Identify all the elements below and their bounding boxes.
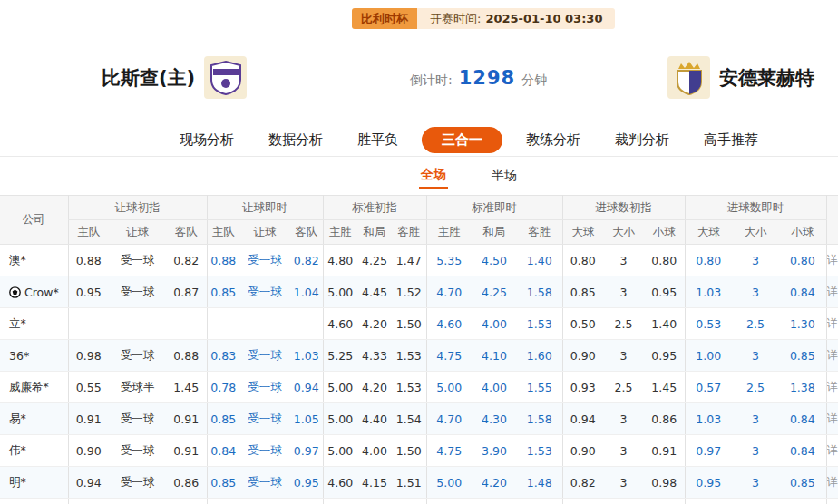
odds-cell: 4.45 [357,276,392,308]
odds-cell: 3.90 [472,435,517,467]
odds-cell: 3 [732,403,779,435]
tab-full-match[interactable]: 全场 [419,163,448,189]
odds-cell: 受一球 [239,372,290,403]
odds-cell: 1.53 [392,372,426,403]
company-name: 澳* [9,253,26,267]
odds-cell [644,499,685,504]
odds-cell: 3 [603,340,644,372]
odds-cell: 0.80 [779,245,826,276]
odds-cell: 0.82 [562,467,603,499]
odds-cell: 1.52 [392,276,426,308]
odds-cell [290,499,323,504]
odds-cell: 4.00 [472,372,517,403]
odds-cell: 受一球 [239,435,290,467]
odds-cell: 1.53 [392,340,426,372]
countdown-unit: 分钟 [521,73,547,89]
odds-cell: 受一球 [239,403,290,435]
odds-cell: 1.53 [517,435,562,467]
odds-cell: 2.5 [732,372,779,403]
company-name: 36* [9,349,29,363]
column-subheader: 客队 [166,220,207,245]
odds-cell: 受一球 [239,276,290,308]
odds-cell: 0.83 [207,340,239,372]
detail-link[interactable]: 详 [826,435,838,467]
company-cell: 立* [0,308,68,340]
odds-cell: 0.95 [644,340,685,372]
column-subheader: 客胜 [517,220,562,245]
odds-cell: 3 [603,276,644,308]
away-team: 安德莱赫特 [667,56,814,99]
company-name: 明* [9,475,26,489]
odds-cell [68,308,109,340]
detail-link[interactable]: 详 [826,245,838,276]
tab-half-match[interactable]: 半场 [490,164,519,188]
table-row: 澳*0.88受一球0.820.88受一球0.824.804.251.475.35… [0,245,838,276]
odds-cell: 0.85 [207,403,239,435]
league-badge: 比利时杯 [352,8,417,29]
tab-expert-picks[interactable]: 高手推荐 [693,127,769,153]
column-subheader: 大小 [732,220,779,245]
odds-cell: 0.78 [207,372,239,403]
odds-cell: 0.95 [68,276,109,308]
tab-three-in-one[interactable]: 三合一 [422,127,502,153]
start-time-label: 开赛时间: [430,12,481,25]
detail-link[interactable]: 详 [826,340,838,372]
column-group-handicap-live: 让球即时 [207,196,323,220]
column-subheader: 主队 [207,220,239,245]
company-name: 威廉希* [9,380,49,393]
odds-cell [166,499,207,504]
odds-cell: 0.91 [166,403,207,435]
column-subheader: 大小 [603,220,644,245]
detail-link[interactable]: 详 [826,308,838,340]
odds-cell: 4.70 [426,403,472,435]
company-cell: Crow* [0,276,68,308]
odds-cell: 4.10 [472,340,517,372]
odds-cell: 0.98 [68,340,109,372]
odds-cell: 0.88 [68,245,109,276]
odds-cell: 0.86 [166,467,207,499]
odds-cell: 1.03 [685,403,732,435]
detail-link[interactable]: 详 [826,276,838,308]
odds-cell [392,499,426,504]
odds-cell: 4.50 [472,245,517,276]
column-group-goals-live: 进球数即时 [685,196,826,220]
detail-link[interactable]: 详 [826,403,838,435]
tab-live-analysis[interactable]: 现场分析 [169,127,245,153]
odds-cell: 1.03 [685,276,732,308]
detail-link[interactable]: 详 [826,372,838,403]
odds-cell: 5.00 [323,435,357,467]
countdown-label: 倒计时: [410,73,453,89]
odds-cell: 3 [732,245,779,276]
odds-cell: 0.90 [562,435,603,467]
tab-data-analysis[interactable]: 数据分析 [258,127,334,153]
column-subheader: 客队 [290,220,323,245]
odds-cell: 4.20 [357,308,392,340]
odds-cell: 4.15 [357,467,392,499]
odds-cell: 0.97 [685,435,732,467]
odds-cell: 3 [603,403,644,435]
odds-cell [732,499,779,504]
odds-cell: 0.85 [779,340,826,372]
odds-cell: 0.91 [68,403,109,435]
table-row: 立*4.604.201.504.604.001.530.502.51.400.5… [0,308,838,340]
odds-cell: 1.50 [392,435,426,467]
odds-cell: 5.00 [323,372,357,403]
tab-win-draw-loss[interactable]: 胜平负 [346,127,409,153]
odds-cell [207,308,239,340]
odds-cell: 0.97 [290,435,323,467]
tab-coach-analysis[interactable]: 教练分析 [515,127,591,153]
odds-cell [68,499,109,504]
column-subheader: 主胜 [323,220,357,245]
column-group-handicap-initial: 让球初指 [68,196,207,220]
start-time-value: 2025-01-10 03:30 [485,12,602,25]
company-name: 立* [9,316,26,330]
column-subheader: 大球 [685,220,732,245]
odds-cell: 0.91 [644,435,685,467]
odds-cell: 3 [603,245,644,276]
start-time: 开赛时间:2025-01-10 03:30 [417,8,615,29]
tab-referee-analysis[interactable]: 裁判分析 [604,127,680,153]
odds-table: 公司让球初指让球即时标准初指标准即时进球数初指进球数即时主队让球客队主队让球客队… [0,195,838,504]
detail-link[interactable]: 详 [826,467,838,499]
odds-cell: 受一球 [239,467,290,499]
odds-cell: 3 [732,467,779,499]
